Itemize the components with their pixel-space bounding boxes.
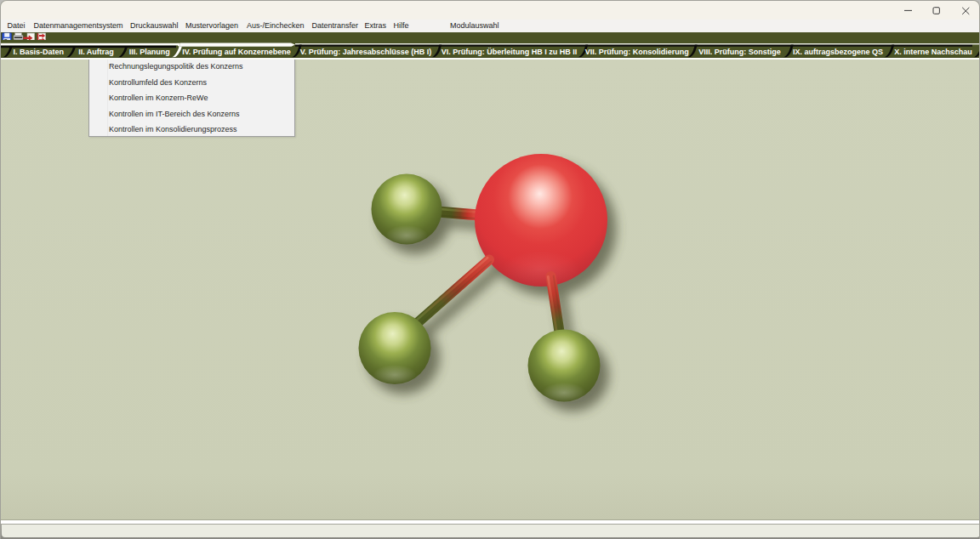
svg-text:IV. Prüfung auf Konzernebene: IV. Prüfung auf Konzernebene [182,48,291,56]
svg-text:VI. Prüfung: Überleitung HB I: VI. Prüfung: Überleitung HB I zu HB II [442,48,578,56]
svg-text:VIII. Prüfung: Sonstige: VIII. Prüfung: Sonstige [698,48,781,56]
svg-text:I. Basis-Daten: I. Basis-Daten [14,48,65,56]
svg-text:III. Planung: III. Planung [129,48,170,56]
svg-text:VII. Prüfung: Konsolidierung: VII. Prüfung: Konsolidierung [585,48,689,56]
svg-text:II. Auftrag: II. Auftrag [78,48,114,56]
svg-text:X. interne Nachschau: X. interne Nachschau [894,48,972,56]
svg-text:V. Prüfung: Jahresabschlüsse (: V. Prüfung: Jahresabschlüsse (HB I) [300,48,432,56]
svg-text:IX. auftragsbezogene QS: IX. auftragsbezogene QS [793,48,883,56]
